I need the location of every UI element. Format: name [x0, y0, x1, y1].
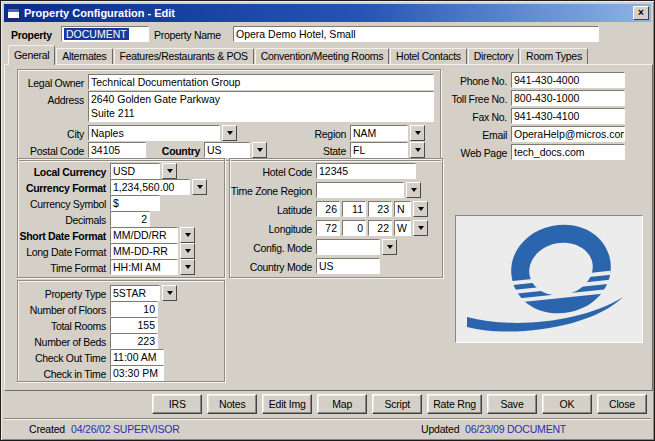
property-value: DOCUMENT — [64, 28, 129, 40]
country-mode-field[interactable]: US — [316, 258, 380, 274]
longitude-degrees-field[interactable]: 72 — [316, 220, 340, 236]
footer-divider — [4, 418, 651, 420]
chevron-down-icon — [418, 207, 424, 211]
property-logo-box — [455, 215, 643, 343]
chevron-down-icon — [415, 131, 421, 135]
location-group: Hotel Code 12345 Time Zone Region Latitu… — [229, 158, 443, 278]
time-format-field[interactable]: HH:MI AM — [110, 259, 178, 275]
address-field[interactable]: 2640 Golden Gate Parkway Suite 211 — [88, 91, 434, 122]
currency-symbol-field[interactable]: $ — [110, 195, 160, 211]
long-date-format-field[interactable]: MM-DD-RR — [110, 243, 178, 259]
property-type-lov-button[interactable] — [162, 285, 177, 301]
short-date-format-lov-button[interactable] — [180, 227, 195, 243]
config-mode-label: Config. Mode — [228, 240, 312, 256]
short-date-format-label: Short Date Format — [12, 228, 106, 244]
tab-general[interactable]: General — [8, 45, 55, 65]
property-label: Property — [11, 27, 59, 43]
local-currency-field[interactable]: USD — [110, 163, 160, 179]
tab-alternates[interactable]: Alternates — [56, 48, 112, 64]
tab-hotel-contacts[interactable]: Hotel Contacts — [390, 48, 467, 64]
local-currency-lov-button[interactable] — [162, 163, 177, 179]
chevron-down-icon — [387, 245, 393, 249]
fax-field[interactable]: 941-430-4100 — [511, 108, 625, 124]
time-zone-region-field[interactable] — [316, 182, 404, 198]
total-rooms-field[interactable]: 155 — [110, 317, 158, 333]
config-mode-field[interactable] — [316, 239, 380, 255]
opera-logo — [461, 221, 637, 337]
tab-convention-meeting-rooms[interactable]: Convention/Meeting Rooms — [255, 48, 389, 64]
property-field[interactable]: DOCUMENT — [61, 26, 149, 42]
rate-rng-button[interactable]: Rate Rng — [427, 394, 482, 414]
currency-format-lov-button[interactable] — [192, 179, 207, 195]
decimals-field[interactable]: 2 — [110, 211, 150, 227]
latitude-seconds-field[interactable]: 23 — [368, 201, 392, 217]
city-label: City — [18, 126, 84, 142]
number-of-beds-field[interactable]: 223 — [110, 333, 158, 349]
close-button[interactable]: Close — [597, 394, 647, 414]
long-date-format-lov-button[interactable] — [180, 243, 195, 259]
property-type-field[interactable]: 5STAR — [110, 285, 160, 301]
longitude-direction-dropdown[interactable] — [413, 220, 428, 236]
tab-strip: General Alternates Features/Restaurants … — [8, 45, 589, 64]
check-out-time-label: Check Out Time — [12, 350, 106, 366]
currency-symbol-label: Currency Symbol — [12, 196, 106, 212]
property-name-label: Property Name — [154, 27, 229, 43]
toll-free-label: Toll Free No. — [441, 91, 507, 107]
country-field[interactable]: US — [204, 142, 250, 158]
toll-free-field[interactable]: 800-430-1000 — [511, 90, 625, 106]
title-bar: Property Configuration - Edit × — [4, 4, 651, 22]
time-zone-region-lov-button[interactable] — [406, 182, 421, 198]
window-icon — [7, 8, 20, 19]
postal-code-label: Postal Code — [18, 143, 84, 159]
time-format-lov-button[interactable] — [180, 259, 195, 275]
email-field[interactable]: OperaHelp@micros.com — [511, 126, 625, 142]
fax-label: Fax No. — [441, 109, 507, 125]
latitude-degrees-field[interactable]: 26 — [316, 201, 340, 217]
tab-features-restaurants-pos[interactable]: Features/Restaurants & POS — [114, 48, 254, 64]
check-out-time-field[interactable]: 11:00 AM — [110, 349, 164, 365]
longitude-seconds-field[interactable]: 22 — [368, 220, 392, 236]
latitude-direction-dropdown[interactable] — [413, 201, 428, 217]
save-button[interactable]: Save — [487, 394, 537, 414]
currency-format-label: Currency Format — [12, 180, 106, 196]
edit-img-button[interactable]: Edit Img — [262, 394, 312, 414]
number-of-floors-field[interactable]: 10 — [110, 301, 158, 317]
map-button[interactable]: Map — [317, 394, 367, 414]
state-field[interactable]: FL — [350, 142, 408, 158]
script-button[interactable]: Script — [372, 394, 422, 414]
postal-code-field[interactable]: 34105 — [88, 142, 146, 158]
property-name-field[interactable]: Opera Demo Hotel, Small — [233, 26, 599, 42]
config-mode-dropdown[interactable] — [382, 239, 397, 255]
address-group: Legal Owner Technical Documentation Grou… — [17, 69, 441, 161]
latitude-direction-field[interactable]: N — [394, 201, 411, 217]
ok-button[interactable]: OK — [542, 394, 592, 414]
longitude-minutes-field[interactable]: 0 — [342, 220, 366, 236]
tab-directory[interactable]: Directory — [468, 48, 519, 64]
long-date-format-label: Long Date Format — [12, 244, 106, 260]
chevron-down-icon — [185, 233, 191, 237]
tab-room-types[interactable]: Room Types — [520, 48, 588, 64]
region-lov-button[interactable] — [410, 125, 425, 141]
currency-format-field[interactable]: 1,234,560.00 — [110, 179, 190, 195]
close-icon[interactable]: × — [633, 6, 649, 20]
short-date-format-field[interactable]: MM/DD/RR — [110, 227, 178, 243]
state-lov-button[interactable] — [410, 142, 425, 158]
irs-button[interactable]: IRS — [152, 394, 202, 414]
web-page-field[interactable]: tech_docs.com — [511, 144, 625, 160]
city-lov-button[interactable] — [222, 125, 237, 141]
general-tab-page: Legal Owner Technical Documentation Grou… — [4, 64, 653, 391]
city-field[interactable]: Naples — [88, 125, 220, 141]
country-mode-label: Country Mode — [228, 259, 312, 275]
currency-group: Local Currency USD Currency Format 1,234… — [17, 158, 225, 278]
region-field[interactable]: NAM — [350, 125, 408, 141]
latitude-minutes-field[interactable]: 11 — [342, 201, 366, 217]
time-format-label: Time Format — [12, 260, 106, 276]
notes-button[interactable]: Notes — [207, 394, 257, 414]
hotel-code-field[interactable]: 12345 — [316, 163, 416, 179]
updated-label: Updated — [421, 422, 459, 436]
check-in-time-field[interactable]: 03:30 PM — [110, 365, 164, 381]
country-lov-button[interactable] — [252, 142, 267, 158]
longitude-direction-field[interactable]: W — [394, 220, 411, 236]
phone-field[interactable]: 941-430-4000 — [511, 72, 625, 88]
legal-owner-field[interactable]: Technical Documentation Group — [88, 74, 434, 90]
